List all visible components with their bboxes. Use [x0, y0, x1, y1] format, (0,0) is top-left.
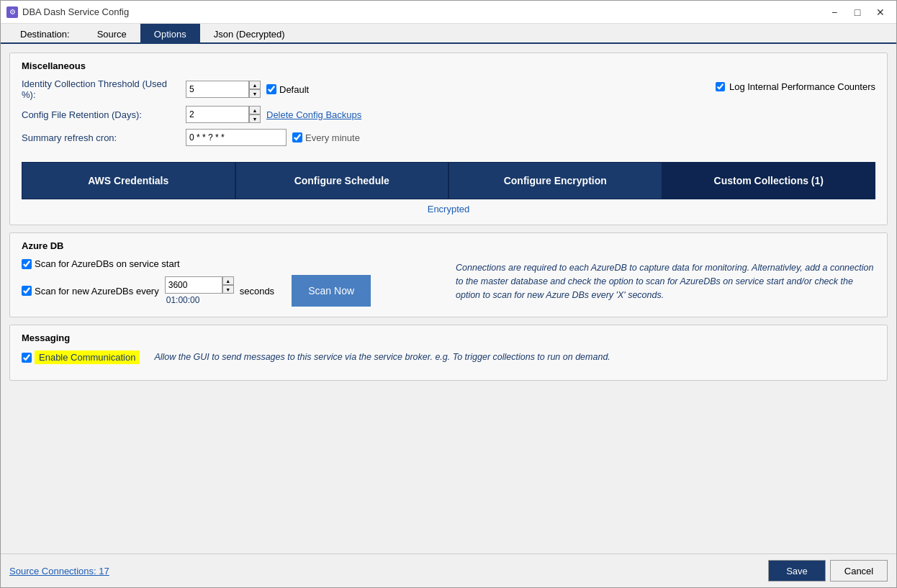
config-retention-input[interactable] — [186, 106, 249, 123]
summary-cron-row: Summary refresh cron: Every minute — [22, 129, 716, 146]
enable-comm-wrapper: Enable Communication — [22, 350, 140, 364]
save-button[interactable]: Save — [768, 560, 826, 582]
every-minute-label: Every minute — [305, 132, 360, 143]
tab-destination[interactable]: Destination: — [6, 24, 84, 44]
misc-left: Identity Collection Threshold (Used %): … — [22, 78, 716, 152]
azure-content: Scan for AzureDBs on service start Scan … — [22, 258, 875, 307]
azure-db-title: Azure DB — [22, 240, 875, 251]
scan-every-checkbox[interactable] — [22, 286, 32, 296]
scan-on-start-row: Scan for AzureDBs on service start — [22, 258, 441, 269]
window-title: DBA Dash Service Config — [22, 6, 129, 17]
close-button[interactable]: ✕ — [870, 5, 891, 19]
title-bar: ⚙ DBA Dash Service Config − □ ✕ — [1, 1, 896, 24]
scan-input-col: ▲ ▼ 01:00:00 — [165, 276, 234, 305]
messaging-title: Messaging — [22, 333, 875, 343]
title-bar-controls: − □ ✕ — [824, 5, 891, 19]
messaging-section: Messaging Enable Communication Allow the… — [9, 325, 888, 381]
scan-seconds-up[interactable]: ▲ — [222, 276, 234, 285]
scan-time-display: 01:00:00 — [166, 295, 234, 305]
footer: Source Connections: 17 Save Cancel — [1, 553, 896, 587]
cancel-button[interactable]: Cancel — [830, 560, 888, 582]
custom-collections-button[interactable]: Custom Collections (1) — [662, 162, 876, 199]
minimize-button[interactable]: − — [824, 5, 844, 19]
main-window: ⚙ DBA Dash Service Config − □ ✕ Destinat… — [0, 0, 897, 588]
enable-comm-label: Enable Communication — [35, 350, 140, 364]
maximize-button[interactable]: □ — [847, 5, 867, 19]
scan-seconds-input[interactable] — [165, 276, 222, 294]
misc-top: Identity Collection Threshold (Used %): … — [22, 78, 875, 152]
tab-json[interactable]: Json (Decrypted) — [200, 24, 299, 44]
config-retention-spinner: ▲ ▼ — [186, 106, 261, 123]
default-label: Default — [279, 84, 309, 95]
summary-cron-input[interactable] — [186, 129, 287, 146]
identity-threshold-input[interactable] — [186, 81, 249, 98]
scan-on-start-checkbox[interactable] — [22, 259, 32, 269]
delete-config-link[interactable]: Delete Config Backups — [266, 109, 361, 120]
tab-options[interactable]: Options — [140, 24, 200, 44]
configure-schedule-button[interactable]: Configure Schedule — [235, 162, 449, 199]
default-checkbox[interactable] — [266, 84, 276, 94]
app-icon: ⚙ — [6, 6, 18, 18]
title-bar-left: ⚙ DBA Dash Service Config — [6, 6, 129, 18]
enable-comm-row: Enable Communication — [22, 350, 140, 364]
scan-now-button[interactable]: Scan Now — [292, 275, 371, 307]
aws-credentials-button[interactable]: AWS Credentials — [22, 162, 235, 199]
source-connections-link[interactable]: Source Connections: 17 — [9, 566, 109, 576]
messaging-description: Allow the GUI to send messages to this s… — [154, 350, 875, 364]
scan-every-row: Scan for new AzureDBs every ▲ ▼ 01:00:00 — [22, 275, 441, 307]
azure-left: Scan for AzureDBs on service start Scan … — [22, 258, 441, 307]
summary-cron-label: Summary refresh cron: — [22, 132, 180, 143]
action-buttons-row: AWS Credentials Configure Schedule Confi… — [22, 162, 875, 199]
log-internal-checkbox[interactable] — [716, 82, 725, 91]
log-internal-wrapper: Log Internal Performance Counters — [716, 78, 875, 92]
every-minute-checkbox[interactable] — [292, 132, 302, 143]
enable-comm-checkbox[interactable] — [22, 353, 32, 363]
main-content: Miscellaneous Identity Collection Thresh… — [1, 44, 896, 553]
tab-bar: Destination: Source Options Json (Decryp… — [1, 24, 896, 44]
azure-db-section: Azure DB Scan for AzureDBs on service st… — [9, 232, 888, 317]
scan-on-start-label: Scan for AzureDBs on service start — [35, 258, 180, 269]
identity-threshold-row: Identity Collection Threshold (Used %): … — [22, 78, 716, 100]
identity-threshold-spinner: ▲ ▼ — [186, 81, 261, 98]
scan-every-wrapper: Scan for new AzureDBs every — [22, 286, 159, 297]
scan-on-start-wrapper: Scan for AzureDBs on service start — [22, 258, 180, 269]
config-retention-down[interactable]: ▼ — [249, 114, 261, 123]
identity-threshold-spin-buttons: ▲ ▼ — [249, 81, 261, 98]
seconds-label: seconds — [240, 286, 274, 297]
identity-threshold-down[interactable]: ▼ — [249, 89, 261, 98]
log-internal-label: Log Internal Performance Counters — [729, 81, 875, 92]
identity-threshold-label: Identity Collection Threshold (Used %): — [22, 78, 180, 100]
miscellaneous-title: Miscellaneous — [22, 60, 875, 71]
configure-encryption-button[interactable]: Configure Encryption — [448, 162, 662, 199]
config-retention-up[interactable]: ▲ — [249, 106, 261, 114]
every-minute-checkbox-wrapper: Every minute — [292, 132, 360, 143]
encrypted-text: Encrypted — [22, 204, 875, 214]
scan-seconds-spinner: ▲ ▼ — [165, 276, 234, 294]
scan-seconds-spin-buttons: ▲ ▼ — [222, 276, 234, 294]
messaging-left: Enable Communication — [22, 350, 140, 370]
identity-threshold-up[interactable]: ▲ — [249, 81, 261, 89]
config-retention-label: Config File Retention (Days): — [22, 109, 180, 120]
config-retention-row: Config File Retention (Days): ▲ ▼ Delete… — [22, 106, 716, 123]
scan-every-label: Scan for new AzureDBs every — [35, 286, 159, 297]
config-retention-spin-buttons: ▲ ▼ — [249, 106, 261, 123]
tab-source[interactable]: Source — [84, 24, 140, 44]
azure-description: Connections are required to each AzureDB… — [456, 258, 875, 302]
footer-buttons: Save Cancel — [768, 560, 888, 582]
scan-seconds-down[interactable]: ▼ — [222, 285, 234, 294]
messaging-content: Enable Communication Allow the GUI to se… — [22, 350, 875, 370]
default-checkbox-wrapper: Default — [266, 84, 309, 95]
miscellaneous-section: Miscellaneous Identity Collection Thresh… — [9, 53, 888, 225]
